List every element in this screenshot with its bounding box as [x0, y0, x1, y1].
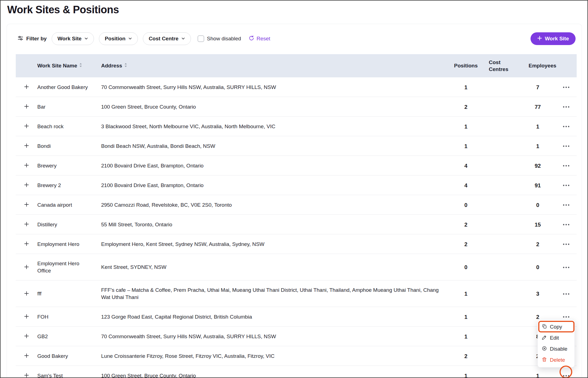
- expand-row-button[interactable]: [24, 291, 29, 297]
- table-row: Bar 100 Green Street, Bruce County, Onta…: [16, 97, 577, 117]
- expand-row-button[interactable]: [24, 314, 29, 320]
- show-disabled-checkbox[interactable]: [198, 35, 204, 42]
- employees-count: 1: [520, 372, 556, 378]
- plus-icon: [24, 202, 29, 208]
- table-row: Brewery 2100 Bovaird Drive East, Brampto…: [16, 156, 577, 175]
- menu-item-copy[interactable]: Copy: [538, 321, 574, 332]
- table-row: Bondi Bondi Beach NSW, Australia, Bondi …: [16, 136, 577, 156]
- plus-icon: [24, 84, 29, 90]
- row-actions-button[interactable]: [561, 290, 571, 298]
- positions-count: 1: [451, 290, 481, 297]
- table-row: GB2 70 Commonwealth Street, Surry Hills …: [16, 327, 577, 346]
- expand-cell: [16, 314, 37, 320]
- expand-row-button[interactable]: [24, 221, 29, 228]
- menu-item-delete[interactable]: Delete: [538, 355, 574, 366]
- work-site-name-cell: Employment Hero: [37, 241, 97, 248]
- filter-cost-centre-dropdown[interactable]: Cost Centre: [143, 32, 191, 45]
- actions-cell: [556, 240, 577, 248]
- expand-row-button[interactable]: [24, 241, 29, 247]
- expand-cell: [16, 333, 37, 340]
- actions-cell: [556, 123, 577, 130]
- address-cell: Bondi Beach NSW, Australia, Bondi Beach,…: [97, 143, 451, 150]
- ellipsis-icon: [563, 105, 570, 109]
- positions-count: 2: [451, 103, 481, 111]
- table-row: Sam's Test 100 Green Street, Bruce Count…: [16, 366, 577, 378]
- row-actions-button[interactable]: [561, 83, 571, 91]
- employees-count: 2: [520, 241, 556, 248]
- plus-icon: [537, 36, 542, 42]
- row-actions-button[interactable]: [561, 103, 571, 111]
- filter-position-dropdown[interactable]: Position: [99, 32, 138, 45]
- row-actions-button[interactable]: [561, 123, 571, 130]
- expand-row-button[interactable]: [24, 264, 29, 271]
- work-site-name-cell: Employment Hero Office: [37, 260, 97, 274]
- address-cell: 70 Commonwealth Street, Surry Hills NSW,…: [97, 84, 451, 91]
- expand-row-button[interactable]: [24, 123, 29, 130]
- employees-count: 1: [520, 143, 556, 150]
- positions-count: 0: [451, 201, 481, 209]
- table-row: Another Good Bakery 70 Commonwealth Stre…: [16, 77, 577, 97]
- expand-row-button[interactable]: [24, 182, 29, 188]
- row-context-menu: Copy Edit Disable Delete: [537, 319, 575, 368]
- sort-arrows-icon: [124, 63, 127, 69]
- actions-cell: [556, 290, 577, 298]
- positions-count: 0: [451, 264, 481, 271]
- row-actions-button[interactable]: [561, 142, 571, 150]
- row-actions-button[interactable]: [561, 264, 571, 271]
- actions-cell: [556, 221, 577, 228]
- header-cost-centres: Cost Centres: [481, 59, 520, 73]
- ellipsis-icon: [563, 315, 570, 319]
- address-cell: 70 Commonwealth Street, Surry Hills NSW,…: [97, 333, 451, 340]
- positions-count: 2: [451, 221, 481, 228]
- work-site-name-cell: Distillery: [37, 221, 97, 228]
- menu-item-disable[interactable]: Disable: [538, 343, 574, 355]
- reset-filters-button[interactable]: Reset: [249, 35, 270, 42]
- row-actions-button[interactable]: [561, 372, 571, 378]
- expand-row-button[interactable]: [24, 84, 29, 90]
- work-site-name-cell: fff: [37, 290, 97, 297]
- menu-item-edit[interactable]: Edit: [538, 332, 574, 343]
- plus-icon: [24, 353, 29, 359]
- menu-item-label: Delete: [550, 357, 565, 363]
- work-site-name-cell: Good Bakery: [37, 353, 97, 360]
- employees-count: 92: [520, 162, 556, 169]
- expand-cell: [16, 182, 37, 188]
- header-work-site-name: Work Site Name: [37, 63, 97, 69]
- employees-count: 77: [520, 103, 556, 111]
- page-title: Work Sites & Positions: [7, 4, 119, 16]
- expand-row-button[interactable]: [24, 104, 29, 110]
- row-actions-button[interactable]: [561, 201, 571, 209]
- employees-count: 7: [520, 84, 556, 91]
- row-actions-button[interactable]: [561, 240, 571, 248]
- dropdown-label: Work Site: [57, 36, 82, 42]
- table-row: Employment Hero Employment Hero, Kent St…: [16, 234, 577, 254]
- table-row: fff FFF's cafe – Matcha & Coffee, Prem P…: [16, 280, 577, 307]
- sort-arrows-icon: [79, 63, 82, 69]
- employees-count: 0: [520, 201, 556, 209]
- expand-row-button[interactable]: [24, 372, 29, 378]
- sort-by-name-button[interactable]: Work Site Name: [37, 63, 82, 69]
- work-site-name-cell: Beach rock: [37, 123, 97, 130]
- row-actions-button[interactable]: [561, 162, 571, 169]
- expand-row-button[interactable]: [24, 162, 29, 169]
- positions-count: 1: [451, 372, 481, 378]
- table-row: Beach rock 3 Blackwood Street, North Mel…: [16, 117, 577, 136]
- expand-row-button[interactable]: [24, 143, 29, 149]
- expand-row-button[interactable]: [24, 353, 29, 359]
- expand-row-button[interactable]: [24, 333, 29, 340]
- plus-icon: [24, 241, 29, 247]
- expand-cell: [16, 202, 37, 208]
- actions-cell: [556, 372, 577, 378]
- header-positions: Positions: [451, 63, 481, 69]
- ellipsis-icon: [563, 292, 570, 296]
- expand-cell: [16, 241, 37, 247]
- plus-icon: [24, 372, 29, 378]
- row-actions-button[interactable]: [561, 182, 571, 189]
- add-work-site-button[interactable]: Work Site: [531, 32, 576, 45]
- positions-count: 1: [451, 313, 481, 321]
- row-actions-button[interactable]: [561, 221, 571, 228]
- filter-work-site-dropdown[interactable]: Work Site: [52, 32, 94, 45]
- expand-row-button[interactable]: [24, 202, 29, 208]
- employees-count: 91: [520, 182, 556, 189]
- sort-by-address-button[interactable]: Address: [101, 63, 127, 69]
